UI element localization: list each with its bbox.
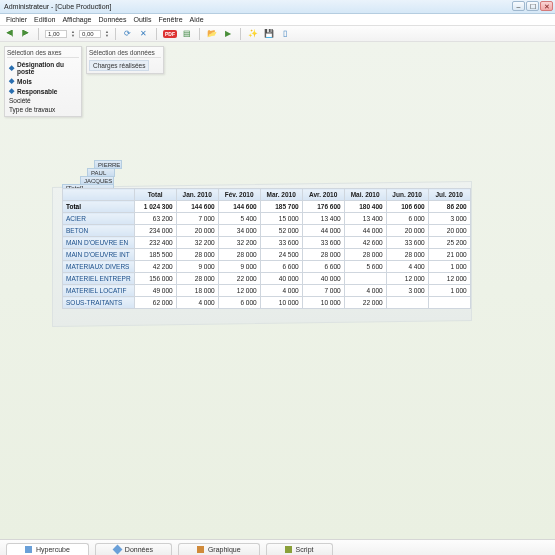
cell[interactable]: 20 000 (176, 225, 218, 237)
cell[interactable] (428, 297, 470, 309)
menu-aide[interactable]: Aide (190, 16, 204, 23)
cell[interactable]: 176 600 (302, 201, 344, 213)
cell[interactable]: 15 000 (260, 213, 302, 225)
cell[interactable]: 20 000 (428, 225, 470, 237)
tab-donnees[interactable]: Données (95, 543, 172, 555)
spinner-1[interactable]: 1,00 (45, 30, 67, 38)
panel-axes[interactable]: Sélection des axes ◆Désignation du poste… (4, 46, 82, 117)
row-header[interactable]: MATERIEL ENTREPR (63, 273, 135, 285)
cell[interactable]: 20 000 (386, 225, 428, 237)
cell[interactable]: 33 600 (386, 237, 428, 249)
col-fev[interactable]: Fév. 2010 (218, 189, 260, 201)
cell[interactable]: 4 000 (344, 285, 386, 297)
cell[interactable]: 40 000 (302, 273, 344, 285)
cell[interactable]: 86 200 (428, 201, 470, 213)
cell[interactable]: 185 700 (260, 201, 302, 213)
table-row[interactable]: MAIN D'OEUVRE EN232 40032 20032 20033 60… (63, 237, 471, 249)
cell[interactable]: 12 000 (428, 273, 470, 285)
nav-fwd-icon[interactable]: ⯈ (20, 28, 32, 40)
cell[interactable]: 4 000 (260, 285, 302, 297)
cell[interactable]: 1 000 (428, 285, 470, 297)
cell[interactable]: 28 000 (176, 249, 218, 261)
cell[interactable]: 9 000 (176, 261, 218, 273)
cell[interactable]: 44 000 (344, 225, 386, 237)
cell[interactable]: 28 000 (302, 249, 344, 261)
cell[interactable]: 7 000 (176, 213, 218, 225)
axis-mois[interactable]: ◆Mois (7, 76, 79, 86)
cell[interactable]: 232 400 (134, 237, 176, 249)
cell[interactable]: 28 000 (344, 249, 386, 261)
cell[interactable]: 10 000 (260, 297, 302, 309)
row-header[interactable]: Total (63, 201, 135, 213)
table-row[interactable]: BETON234 00020 00034 00052 00044 00044 0… (63, 225, 471, 237)
menu-fenetre[interactable]: Fenêtre (158, 16, 182, 23)
close-button[interactable]: ✕ (540, 1, 553, 11)
cell[interactable]: 3 000 (386, 285, 428, 297)
cell[interactable]: 156 000 (134, 273, 176, 285)
maximize-button[interactable]: ☐ (526, 1, 539, 11)
cell[interactable]: 6 000 (218, 297, 260, 309)
data-chip-charges[interactable]: Charges réalisées (89, 60, 149, 71)
col-mai[interactable]: Mai. 2010 (344, 189, 386, 201)
cell[interactable]: 42 600 (344, 237, 386, 249)
tab-script[interactable]: Script (266, 543, 333, 555)
row-header[interactable]: MAIN D'OEUVRE EN (63, 237, 135, 249)
col-avr[interactable]: Avr. 2010 (302, 189, 344, 201)
cell[interactable]: 7 000 (302, 285, 344, 297)
spinner-1-stepper[interactable]: ▲▼ (71, 30, 75, 38)
cell[interactable]: 13 400 (344, 213, 386, 225)
row-header[interactable]: BETON (63, 225, 135, 237)
cell[interactable]: 1 000 (428, 261, 470, 273)
cell[interactable]: 22 000 (218, 273, 260, 285)
cell[interactable]: 32 200 (176, 237, 218, 249)
menu-outils[interactable]: Outils (134, 16, 152, 23)
row-header[interactable]: SOUS-TRAITANTS (63, 297, 135, 309)
wizard-icon[interactable]: ✨ (247, 28, 259, 40)
cell[interactable]: 12 000 (386, 273, 428, 285)
export-pdf-button[interactable]: PDF (163, 30, 177, 38)
cube-grid[interactable]: Total Jan. 2010 Fév. 2010 Mar. 2010 Avr.… (62, 188, 471, 309)
table-row[interactable]: MATERIEL ENTREPR156 00028 00022 00040 00… (63, 273, 471, 285)
cell[interactable]: 62 000 (134, 297, 176, 309)
axis-societe[interactable]: Société (7, 96, 79, 105)
menu-fichier[interactable]: Fichier (6, 16, 27, 23)
cell[interactable]: 106 600 (386, 201, 428, 213)
run-icon[interactable]: ▶ (222, 28, 234, 40)
cell[interactable]: 144 600 (176, 201, 218, 213)
cell[interactable]: 144 600 (218, 201, 260, 213)
table-row[interactable]: MAIN D'OEUVRE INT185 50028 00028 00024 5… (63, 249, 471, 261)
tab-hypercube[interactable]: Hypercube (6, 543, 89, 555)
open-icon[interactable]: 📂 (206, 28, 218, 40)
cell[interactable]: 21 000 (428, 249, 470, 261)
col-total[interactable]: Total (134, 189, 176, 201)
table-row[interactable]: MATERIEL LOCATIF49 00018 00012 0004 0007… (63, 285, 471, 297)
cell[interactable]: 24 500 (260, 249, 302, 261)
cell[interactable]: 5 400 (218, 213, 260, 225)
row-header[interactable]: MAIN D'OEUVRE INT (63, 249, 135, 261)
nav-back-icon[interactable]: ⯇ (4, 28, 16, 40)
cell[interactable]: 234 000 (134, 225, 176, 237)
row-header[interactable]: MATERIEL LOCATIF (63, 285, 135, 297)
cell[interactable]: 1 024 300 (134, 201, 176, 213)
axis-designation[interactable]: ◆Désignation du poste (7, 60, 79, 76)
spinner-2[interactable]: 0,00 (79, 30, 101, 38)
cell[interactable]: 6 600 (302, 261, 344, 273)
cell[interactable]: 5 600 (344, 261, 386, 273)
cell[interactable]: 3 000 (428, 213, 470, 225)
cell[interactable]: 13 400 (302, 213, 344, 225)
col-jul[interactable]: Jul. 2010 (428, 189, 470, 201)
table-row[interactable]: SOUS-TRAITANTS62 0004 0006 00010 00010 0… (63, 297, 471, 309)
cell[interactable]: 180 400 (344, 201, 386, 213)
cell[interactable]: 28 000 (176, 273, 218, 285)
col-mar[interactable]: Mar. 2010 (260, 189, 302, 201)
cell[interactable]: 33 600 (260, 237, 302, 249)
cell[interactable]: 4 000 (176, 297, 218, 309)
cell[interactable]: 44 000 (302, 225, 344, 237)
row-header[interactable]: MATERIAUX DIVERS (63, 261, 135, 273)
col-jun[interactable]: Jun. 2010 (386, 189, 428, 201)
menu-edition[interactable]: Edition (34, 16, 55, 23)
cell[interactable]: 52 000 (260, 225, 302, 237)
cell[interactable]: 63 200 (134, 213, 176, 225)
table-row[interactable]: ACIER63 2007 0005 40015 00013 40013 4006… (63, 213, 471, 225)
clear-icon[interactable]: ✕ (138, 28, 150, 40)
